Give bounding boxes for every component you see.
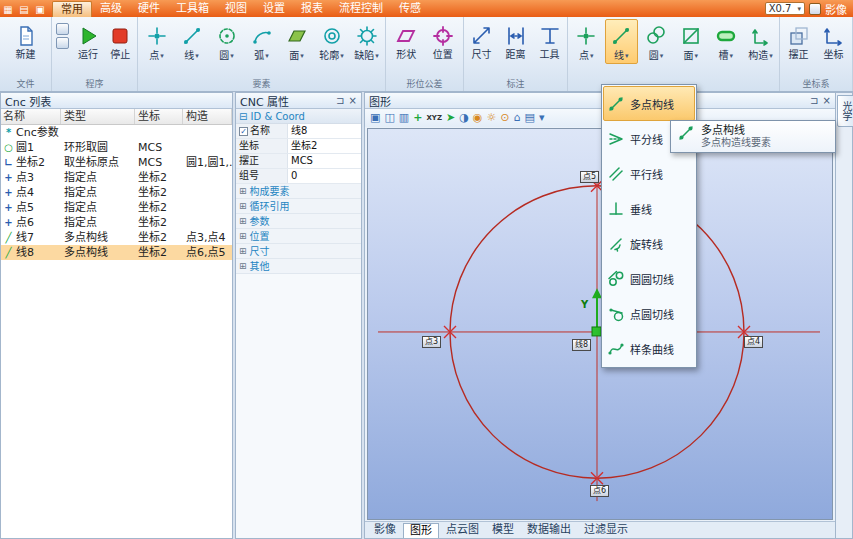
measure-circle-button[interactable]: 圆 [640, 19, 673, 64]
split-view-icon[interactable]: ◫ [384, 110, 394, 126]
close-icon[interactable]: × [823, 95, 831, 106]
col-type[interactable]: 类型 [61, 109, 135, 124]
prop-section-compose[interactable]: ⊞构成要素 [236, 184, 361, 199]
tab-common[interactable]: 常用 [52, 1, 92, 17]
coordinate-button[interactable]: 坐标 [817, 19, 850, 63]
element-plane-button[interactable]: 面 [280, 19, 313, 64]
new-button[interactable]: 新建 [10, 19, 41, 63]
tab-toolbox[interactable]: 工具箱 [168, 1, 217, 17]
dimension-button[interactable]: 尺寸 [465, 19, 498, 63]
prop-row-align[interactable]: 摆正 MCS [236, 154, 361, 169]
menu-item-point-circle-tangent[interactable]: 点圆切线 [603, 296, 695, 331]
element-point-button[interactable]: 点 [140, 19, 173, 64]
measure-construct-button[interactable]: 构造 [744, 19, 777, 64]
pin-icon[interactable]: ⊐ [810, 95, 818, 106]
shape-tolerance-button[interactable]: 形状 [390, 19, 423, 63]
pointer-icon[interactable]: ➤ [446, 110, 455, 126]
save-program-icon[interactable] [56, 23, 69, 35]
table-row-line8-selected[interactable]: ╱线8 多点构线 坐标2 点6,点5 [1, 245, 232, 260]
tab-graphic-view[interactable]: 图形 [403, 523, 439, 538]
table-row-coord2[interactable]: ∟坐标2 取坐标原点 MCS 圆1,圆1,... [1, 155, 232, 170]
tools-button[interactable]: 工具 [533, 19, 566, 63]
tab-model-view[interactable]: 模型 [486, 523, 520, 537]
menu-item-perpendicular-line[interactable]: 垂线 [603, 191, 695, 226]
col-name[interactable]: 名称 [1, 109, 61, 124]
maximize-view-icon[interactable]: ▣ [370, 110, 380, 126]
lock-icon[interactable]: ⊙ [500, 110, 509, 126]
color-wheel-icon[interactable]: ◉ [473, 110, 483, 126]
section-id-coord[interactable]: ⊟ ID & Coord [236, 109, 361, 124]
close-icon[interactable]: × [349, 95, 357, 106]
menu-item-parallel-line[interactable]: 平行线 [603, 156, 695, 191]
element-defect-button[interactable]: 缺陷 [350, 19, 383, 64]
xyz-axes-icon[interactable]: XYZ [426, 110, 442, 126]
name-checkbox[interactable]: ✓ [239, 127, 248, 136]
prop-value[interactable]: 0 [288, 169, 361, 183]
shade-mode-icon[interactable]: ◑ [459, 110, 469, 126]
element-arc-button[interactable]: 弧 [245, 19, 278, 64]
prop-section-size[interactable]: ⊞尺寸 [236, 244, 361, 259]
menu-label: 平分线 [630, 131, 663, 147]
tab-report[interactable]: 报表 [293, 1, 331, 17]
measure-slot-button[interactable]: 槽 [709, 19, 742, 64]
align-button[interactable]: 摆正 [782, 19, 815, 63]
col-coord[interactable]: 坐标 [135, 109, 183, 124]
menu-item-multipoint-line[interactable]: 多点构线 [603, 86, 695, 121]
distance-button[interactable]: 距离 [499, 19, 532, 63]
stop-button[interactable]: 停止 [105, 19, 136, 63]
position-tolerance-button[interactable]: 位置 [426, 19, 459, 63]
prop-section-loop-ref[interactable]: ⊞循环引用 [236, 199, 361, 214]
element-line-button[interactable]: 线 [175, 19, 208, 64]
measure-line-button[interactable]: 线 [605, 19, 638, 64]
prop-value[interactable]: 坐标2 [288, 139, 361, 153]
prop-row-group-number[interactable]: 组号 0 [236, 169, 361, 184]
table-row-point4[interactable]: +点4 指定点 坐标2 [1, 185, 232, 200]
tab-view[interactable]: 视图 [217, 1, 255, 17]
measure-plane-button[interactable]: 面 [674, 19, 707, 64]
table-row-circle1[interactable]: ○圆1 环形取圆 MCS [1, 140, 232, 155]
prop-section-other[interactable]: ⊞其他 [236, 259, 361, 274]
light-icon[interactable]: ☼ [486, 110, 496, 126]
grid-view-icon[interactable]: ▥ [399, 110, 409, 126]
table-row-line7[interactable]: ╱线7 多点构线 坐标2 点3,点4 [1, 230, 232, 245]
col-construct[interactable]: 构造 [183, 109, 232, 124]
save-view-icon[interactable]: ▤ [525, 110, 535, 126]
prop-section-params[interactable]: ⊞参数 [236, 214, 361, 229]
add-icon[interactable]: + [413, 110, 422, 126]
tab-filter-display[interactable]: 过滤显示 [578, 523, 634, 537]
menu-item-circle-circle-tangent[interactable]: 圆圆切线 [603, 261, 695, 296]
prop-row-coord[interactable]: 坐标 坐标2 [236, 139, 361, 154]
table-row-cnc-params[interactable]: *Cnc参数 [1, 125, 232, 140]
table-row-point3[interactable]: +点3 指定点 坐标2 [1, 170, 232, 185]
measure-point-button[interactable]: 点 [570, 19, 603, 64]
element-circle-button[interactable]: 圆 [210, 19, 243, 64]
element-contour-button[interactable]: 轮廓 [315, 19, 348, 64]
zoom-select[interactable]: X0.7 ▾ [765, 2, 805, 15]
prop-value[interactable]: 线8 [288, 124, 361, 138]
tab-advanced[interactable]: 高级 [92, 1, 130, 17]
tab-image-view[interactable]: 影像 [368, 523, 402, 537]
prop-value[interactable]: MCS [288, 154, 361, 168]
prop-section-position[interactable]: ⊞位置 [236, 229, 361, 244]
more-options-icon[interactable]: ▾ [539, 110, 545, 126]
tab-flow-control[interactable]: 流程控制 [331, 1, 391, 17]
tab-data-output[interactable]: 数据输出 [521, 523, 577, 537]
quick-camera-icon[interactable]: ▣ [33, 2, 47, 17]
graphics-canvas[interactable]: 点5 点3 点4 点6 线8 Y [367, 128, 833, 520]
home-view-icon[interactable]: ⌂ [514, 110, 521, 126]
tab-pointcloud-view[interactable]: 点云图 [440, 523, 485, 537]
table-row-point5[interactable]: +点5 指定点 坐标2 [1, 200, 232, 215]
menu-item-rotated-line[interactable]: 旋转线 [603, 226, 695, 261]
quick-save-icon[interactable]: ▤ [17, 2, 31, 17]
tab-sensor[interactable]: 传感 [391, 1, 429, 17]
open-program-icon[interactable] [56, 37, 69, 49]
tab-hardware[interactable]: 硬件 [130, 1, 168, 17]
run-button[interactable]: 运行 [73, 19, 104, 63]
pin-icon[interactable]: ⊐ [336, 95, 344, 106]
optics-panel-tab[interactable]: 光学 [837, 95, 853, 127]
table-row-point6[interactable]: +点6 指定点 坐标2 [1, 215, 232, 230]
tab-settings[interactable]: 设置 [255, 1, 293, 17]
point-icon: + [3, 201, 14, 215]
menu-item-spline-curve[interactable]: 样条曲线 [603, 331, 695, 366]
prop-row-name[interactable]: ✓名称 线8 [236, 124, 361, 139]
